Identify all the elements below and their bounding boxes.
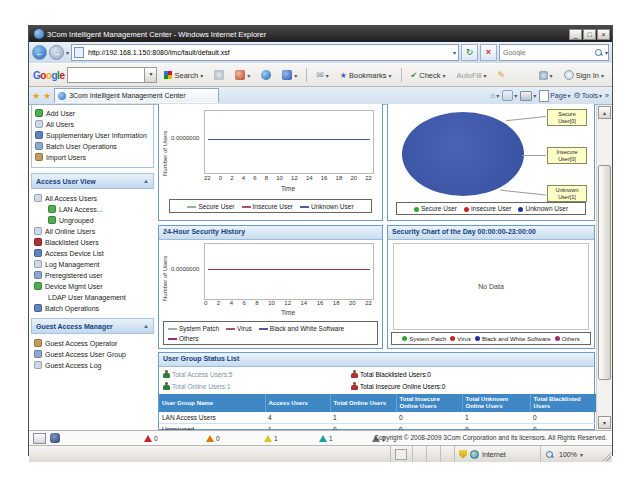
- tick-label: 4: [230, 300, 233, 306]
- collapse-icon[interactable]: ▲: [143, 323, 149, 329]
- sidebar-item-batch-user-operations[interactable]: Batch User Operations: [35, 141, 151, 152]
- critical-alarms[interactable]: 0: [144, 435, 158, 442]
- sidebar-item-import-users[interactable]: Import Users: [35, 152, 151, 163]
- print-button[interactable]: ▾: [520, 91, 536, 101]
- address-field[interactable]: ▾: [71, 44, 459, 61]
- favorites-button[interactable]: ★: [32, 91, 40, 101]
- search-icon[interactable]: [594, 48, 603, 57]
- sidebar-item-all-users[interactable]: All Users: [35, 119, 151, 130]
- sidebar-item-ldap-user-management[interactable]: LDAP User Management: [48, 292, 154, 303]
- tools-menu-button[interactable]: ⚙Tools▾: [574, 91, 603, 100]
- url-input[interactable]: [86, 48, 451, 57]
- mail-button[interactable]: ✉▾: [312, 68, 333, 82]
- mail-dropdown-icon[interactable]: ▾: [326, 72, 329, 79]
- toolbar-settings-button[interactable]: ▾: [535, 69, 557, 82]
- add-gadget-button[interactable]: ▾: [278, 68, 301, 82]
- applet-icon[interactable]: [33, 433, 46, 444]
- search-input[interactable]: [500, 49, 594, 56]
- crosshair-button[interactable]: [210, 68, 228, 82]
- google-search-input[interactable]: ▾: [67, 67, 157, 83]
- command-bar-chevron[interactable]: »: [605, 92, 609, 99]
- sidebar-item-label: Preregistered user: [45, 271, 103, 280]
- sidebar-item-blacklisted-users[interactable]: Blacklisted Users: [34, 237, 154, 248]
- bookmarks-button[interactable]: ★Bookmarks▾: [336, 69, 396, 82]
- back-button[interactable]: ←: [32, 45, 47, 60]
- autofill-button[interactable]: AutoFill▾: [453, 69, 491, 82]
- sidebar-item-ungrouped[interactable]: Ungrouped: [48, 215, 154, 226]
- feeds-button[interactable]: ▾: [502, 90, 517, 101]
- google-search-button[interactable]: Search▾: [160, 69, 207, 82]
- java-status-icon[interactable]: [50, 433, 60, 443]
- print-dropdown-icon[interactable]: ▾: [533, 92, 536, 99]
- scrollbar-thumb[interactable]: [598, 165, 611, 380]
- tab-3com-imc[interactable]: 3Com Intelligent Management Center: [54, 88, 219, 103]
- major-alarms[interactable]: 0: [206, 435, 220, 442]
- sign-in-dropdown-icon[interactable]: ▾: [601, 72, 604, 79]
- settings-dropdown-icon[interactable]: ▾: [550, 72, 553, 79]
- snapshot-dropdown-icon[interactable]: ▾: [247, 72, 250, 79]
- search-box[interactable]: ▾: [499, 44, 609, 61]
- translate-button[interactable]: [257, 68, 275, 82]
- close-button[interactable]: ×: [597, 29, 610, 40]
- zoom-dropdown-icon[interactable]: ▾: [580, 451, 583, 458]
- y-axis-label: Number of Users: [162, 114, 168, 176]
- address-dropdown-icon[interactable]: ▾: [453, 49, 456, 56]
- stop-button[interactable]: ×: [480, 44, 497, 61]
- column-header[interactable]: Access Users: [265, 394, 330, 412]
- access-users-count[interactable]: 4: [265, 412, 330, 424]
- check-dropdown-icon[interactable]: ▾: [443, 72, 446, 79]
- gadget-dropdown-icon[interactable]: ▾: [294, 72, 297, 79]
- sidebar-item-guest-access-operator[interactable]: Guest Access Operator: [34, 338, 154, 349]
- section-guest-access-manager[interactable]: Guest Access Manager ▲: [31, 318, 154, 334]
- scroll-down-button[interactable]: ▾: [598, 416, 611, 429]
- home-button[interactable]: ⌂▾: [490, 91, 499, 100]
- page-dropdown-icon[interactable]: ▾: [568, 92, 571, 99]
- sidebar-item-log-management[interactable]: Log Management: [34, 259, 154, 270]
- minimize-button[interactable]: _: [569, 29, 582, 40]
- search-options-dropdown-icon[interactable]: ▾: [200, 72, 203, 79]
- column-header[interactable]: User Group Name: [159, 394, 265, 412]
- sidebar-item-device-mgmt-user[interactable]: Device Mgmt User: [34, 281, 154, 292]
- history-dropdown-icon[interactable]: ▾: [66, 49, 69, 56]
- bookmarks-dropdown-icon[interactable]: ▾: [389, 72, 392, 79]
- column-header[interactable]: Total Insecure Online Users: [396, 394, 462, 412]
- sidebar-item-add-user[interactable]: Add User: [35, 108, 151, 119]
- sign-in-button[interactable]: Sign In▾: [560, 68, 608, 82]
- sidebar-item-guest-access-log[interactable]: Guest Access Log: [34, 360, 154, 371]
- google-search-dropdown-icon[interactable]: ▾: [144, 68, 156, 82]
- column-header[interactable]: Total Blacklisted Users: [530, 394, 596, 412]
- sidebar-item-batch-operations[interactable]: Batch Operations: [34, 303, 154, 314]
- highlighter-button[interactable]: ✎: [494, 68, 510, 82]
- sidebar-item-lan-access[interactable]: LAN Access...: [48, 204, 154, 215]
- sidebar-item-supplementary-user-information[interactable]: Supplementary User Information: [35, 130, 151, 141]
- feeds-dropdown-icon[interactable]: ▾: [514, 92, 517, 99]
- scroll-up-button[interactable]: ▴: [598, 106, 611, 119]
- column-header[interactable]: Total Online Users: [330, 394, 396, 412]
- autofill-dropdown-icon[interactable]: ▾: [484, 72, 487, 79]
- refresh-button[interactable]: ↻: [461, 44, 478, 61]
- spellcheck-button[interactable]: ✔Check▾: [407, 69, 450, 82]
- sidebar-item-guest-access-user-group[interactable]: Guest Access User Group: [34, 349, 154, 360]
- resize-grip[interactable]: [602, 452, 611, 461]
- home-dropdown-icon[interactable]: ▾: [496, 92, 499, 99]
- warning-alarms[interactable]: 1: [319, 435, 333, 442]
- table-row[interactable]: LAN Access Users 4 1 0 1 0: [159, 412, 596, 424]
- add-favorite-button[interactable]: ★: [43, 91, 51, 101]
- sidebar-item-all-access-users[interactable]: All Access Users: [34, 193, 154, 204]
- tools-dropdown-icon[interactable]: ▾: [599, 92, 602, 99]
- forward-button[interactable]: →: [49, 45, 64, 60]
- section-access-user-view[interactable]: Access User View ▲: [31, 173, 154, 189]
- sidebar-item-preregistered-user[interactable]: Preregistered user: [34, 270, 154, 281]
- search-dropdown-icon[interactable]: ▾: [605, 49, 608, 56]
- sidebar-item-all-online-users[interactable]: All Online Users: [34, 226, 154, 237]
- google-search-text[interactable]: [68, 68, 144, 82]
- sidebar-item-access-device-list[interactable]: Access Device List: [34, 248, 154, 259]
- page-menu-button[interactable]: Page▾: [539, 90, 570, 102]
- restore-button[interactable]: □: [583, 29, 596, 40]
- page-scrollbar[interactable]: ▴ ▾: [596, 105, 612, 430]
- collapse-icon[interactable]: ▲: [143, 178, 149, 184]
- zoom-control[interactable]: 100% ▾: [540, 446, 612, 462]
- minor-alarms[interactable]: 1: [264, 435, 278, 442]
- column-header[interactable]: Total Unknown Online Users: [462, 394, 530, 412]
- snapshot-button[interactable]: ▾: [231, 68, 254, 82]
